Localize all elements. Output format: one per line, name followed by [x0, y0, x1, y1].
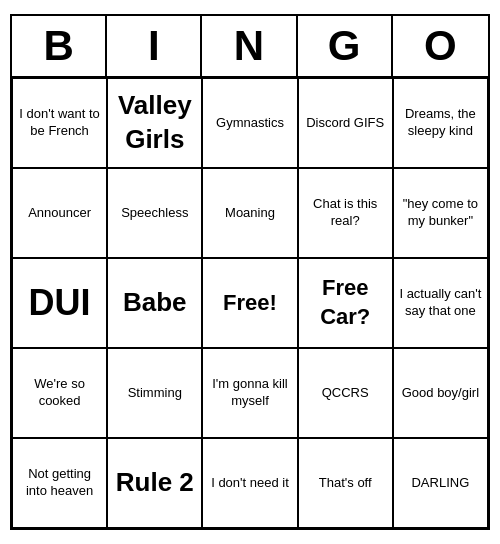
header-letter-o: O — [393, 16, 488, 76]
bingo-cell-15: We're so cooked — [12, 348, 107, 438]
bingo-cell-16: Stimming — [107, 348, 202, 438]
bingo-card: BINGO I don't want to be FrenchValley Gi… — [10, 14, 490, 530]
bingo-cell-7: Moaning — [202, 168, 297, 258]
bingo-grid: I don't want to be FrenchValley GirlsGym… — [12, 78, 488, 528]
header-letter-n: N — [202, 16, 297, 76]
bingo-cell-8: Chat is this real? — [298, 168, 393, 258]
bingo-cell-6: Speechless — [107, 168, 202, 258]
bingo-cell-2: Gymnastics — [202, 78, 297, 168]
header-letter-i: I — [107, 16, 202, 76]
bingo-cell-0: I don't want to be French — [12, 78, 107, 168]
bingo-cell-3: Discord GIFS — [298, 78, 393, 168]
bingo-cell-13: Free Car? — [298, 258, 393, 348]
bingo-cell-10: DUI — [12, 258, 107, 348]
bingo-header: BINGO — [12, 16, 488, 78]
bingo-cell-19: Good boy/girl — [393, 348, 488, 438]
bingo-cell-24: DARLING — [393, 438, 488, 528]
header-letter-g: G — [298, 16, 393, 76]
bingo-cell-1: Valley Girls — [107, 78, 202, 168]
bingo-cell-11: Babe — [107, 258, 202, 348]
bingo-cell-18: QCCRS — [298, 348, 393, 438]
bingo-cell-22: I don't need it — [202, 438, 297, 528]
header-letter-b: B — [12, 16, 107, 76]
bingo-cell-21: Rule 2 — [107, 438, 202, 528]
bingo-cell-5: Announcer — [12, 168, 107, 258]
bingo-cell-4: Dreams, the sleepy kind — [393, 78, 488, 168]
bingo-cell-17: I'm gonna kill myself — [202, 348, 297, 438]
bingo-cell-23: That's off — [298, 438, 393, 528]
bingo-cell-12: Free! — [202, 258, 297, 348]
bingo-cell-9: "hey come to my bunker" — [393, 168, 488, 258]
bingo-cell-14: I actually can't say that one — [393, 258, 488, 348]
bingo-cell-20: Not getting into heaven — [12, 438, 107, 528]
